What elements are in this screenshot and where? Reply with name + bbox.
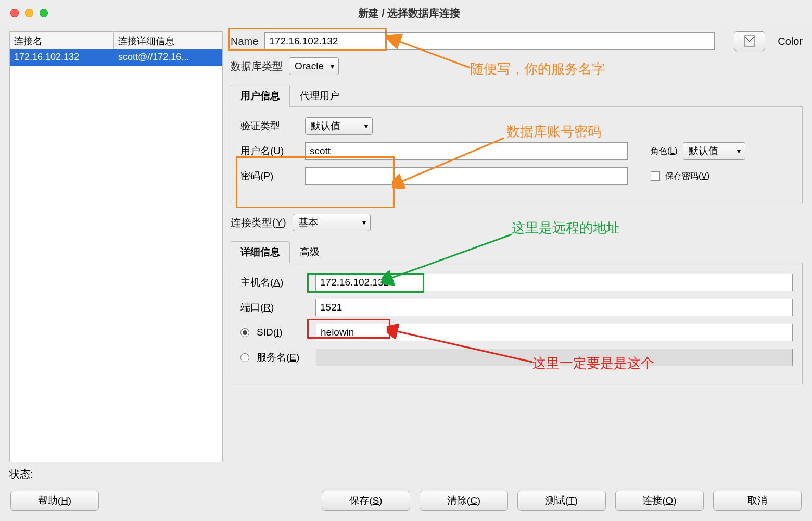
sid-label: SID(I) (257, 327, 309, 338)
cancel-button[interactable]: 取消 (713, 491, 802, 511)
db-type-dropdown[interactable]: Oracle (289, 57, 339, 75)
tab-detail[interactable]: 详细信息 (231, 241, 290, 263)
password-label: 密码(P) (240, 169, 298, 183)
sid-input[interactable] (316, 324, 793, 341)
tab-advanced[interactable]: 高级 (290, 241, 329, 263)
host-label: 主机名(A) (240, 276, 308, 289)
sid-radio[interactable] (240, 328, 249, 337)
table-row[interactable]: 172.16.102.132 scott@//172.16... (10, 49, 222, 66)
close-icon[interactable] (10, 9, 19, 17)
save-button[interactable]: 保存(S) (322, 491, 410, 511)
name-label: Name (231, 35, 258, 47)
role-label: 角色(L) (651, 146, 678, 157)
color-swatch-icon (743, 35, 756, 47)
username-label: 用户名(U) (240, 144, 298, 158)
color-button[interactable] (734, 31, 765, 51)
col-conn-name[interactable]: 连接名 (10, 32, 114, 49)
tab-user-info[interactable]: 用户信息 (231, 85, 290, 107)
save-password-label: 保存密码(V) (665, 171, 709, 182)
port-label: 端口(R) (240, 301, 308, 314)
conn-type-dropdown[interactable]: 基本 (293, 214, 371, 231)
connections-table: 连接名 连接详细信息 172.16.102.132 scott@//172.16… (9, 31, 223, 462)
connect-button[interactable]: 连接(O) (615, 491, 704, 511)
user-tabs: 用户信息 代理用户 (231, 84, 803, 107)
test-button[interactable]: 测试(T) (517, 491, 606, 511)
detail-tabs: 详细信息 高级 (231, 241, 803, 263)
auth-type-label: 验证类型 (240, 119, 298, 133)
username-input[interactable] (305, 142, 628, 160)
host-input[interactable] (315, 274, 793, 291)
password-input[interactable] (305, 167, 628, 185)
cell-conn-name: 172.16.102.132 (10, 49, 114, 66)
db-type-label: 数据库类型 (231, 59, 283, 73)
save-password-checkbox[interactable] (651, 171, 660, 181)
name-input[interactable] (264, 32, 715, 50)
color-label: Color (778, 35, 803, 47)
maximize-icon[interactable] (40, 9, 48, 17)
port-input[interactable] (315, 299, 793, 316)
status-label: 状态: (9, 465, 223, 483)
col-conn-detail[interactable]: 连接详细信息 (114, 32, 222, 49)
clear-button[interactable]: 清除(C) (420, 491, 508, 511)
service-input (316, 349, 793, 366)
minimize-icon[interactable] (25, 9, 33, 17)
service-label: 服务名(E) (257, 351, 309, 364)
window-title: 新建 / 选择数据库连接 (48, 6, 770, 20)
help-button[interactable]: 帮助(H) (10, 491, 99, 511)
role-dropdown[interactable]: 默认值 (683, 142, 745, 160)
tab-proxy-user[interactable]: 代理用户 (290, 85, 349, 107)
auth-type-dropdown[interactable]: 默认值 (305, 117, 373, 135)
titlebar: 新建 / 选择数据库连接 (0, 0, 812, 26)
service-radio[interactable] (240, 353, 249, 362)
conn-type-label: 连接类型(Y) (231, 216, 286, 230)
cell-conn-detail: scott@//172.16... (114, 49, 222, 66)
